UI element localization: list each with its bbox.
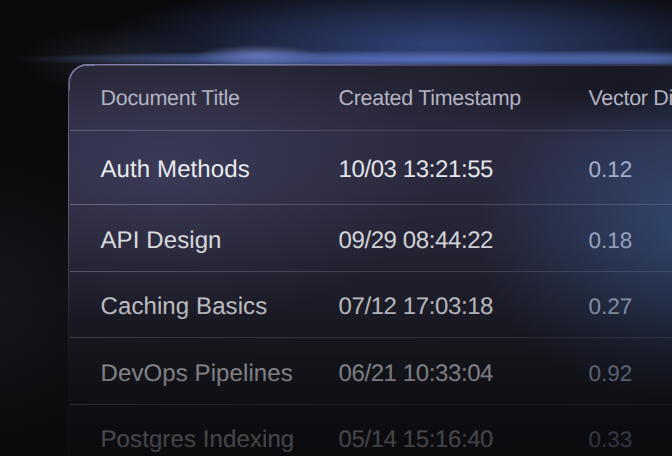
column-header-created-timestamp: Created Timestamp [339, 86, 589, 111]
created-timestamp-cell: 09/29 08:44:22 [339, 227, 589, 255]
column-header-vector-distance: Vector Distance [589, 86, 672, 111]
column-header-document-title: Document Title [101, 86, 339, 111]
document-title-cell: Auth Methods [101, 156, 339, 184]
documents-table: Document Title Created Timestamp Vector … [70, 66, 672, 456]
table-row[interactable]: DevOps Pipelines 06/21 10:33:04 0.92 [70, 338, 672, 405]
table-row[interactable]: Auth Methods 10/03 13:21:55 0.12 [70, 131, 672, 206]
vector-distance-cell: 0.92 [589, 361, 672, 387]
created-timestamp-cell: 06/21 10:33:04 [339, 360, 589, 388]
document-title-cell: Caching Basics [101, 293, 339, 321]
table-header-row: Document Title Created Timestamp Vector … [70, 66, 672, 131]
vector-distance-cell: 0.27 [589, 294, 672, 320]
vector-distance-cell: 0.12 [589, 157, 672, 183]
created-timestamp-cell: 07/12 17:03:18 [339, 293, 589, 321]
vector-distance-cell: 0.18 [589, 228, 672, 254]
vector-distance-cell: 0.33 [589, 427, 672, 453]
documents-table-card: Document Title Created Timestamp Vector … [68, 64, 672, 456]
created-timestamp-cell: 10/03 13:21:55 [339, 156, 589, 184]
created-timestamp-cell: 05/14 15:16:40 [339, 426, 589, 454]
document-title-cell: DevOps Pipelines [101, 360, 339, 388]
document-title-cell: Postgres Indexing [101, 426, 339, 454]
table-row[interactable]: Caching Basics 07/12 17:03:18 0.27 [70, 272, 672, 339]
table-row[interactable]: Postgres Indexing 05/14 15:16:40 0.33 [70, 405, 672, 456]
table-row[interactable]: API Design 09/29 08:44:22 0.18 [70, 205, 672, 272]
document-title-cell: API Design [101, 227, 339, 255]
